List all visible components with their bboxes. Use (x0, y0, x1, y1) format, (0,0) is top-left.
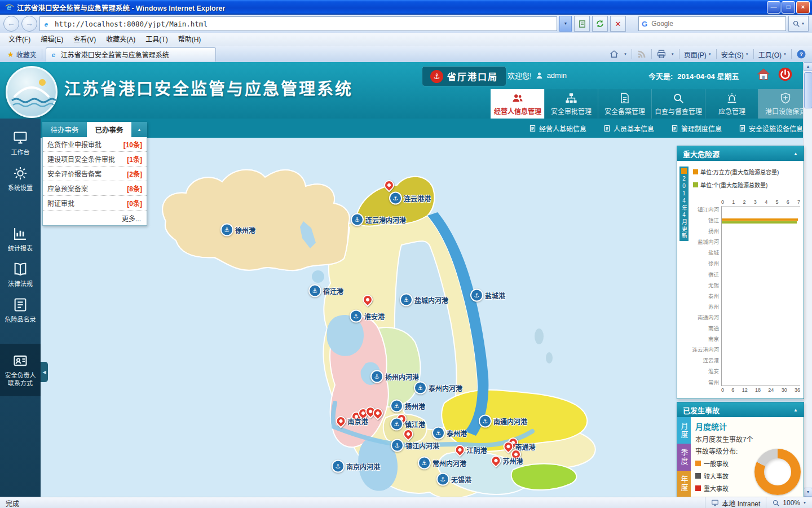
logout-button[interactable] (778, 67, 793, 82)
url-dropdown-button[interactable]: ▼ (559, 16, 572, 32)
accident-period-tab[interactable]: 年度 (677, 471, 691, 497)
favorites-button[interactable]: ★ 收藏夹 (2, 48, 42, 61)
port-marker[interactable]: ⚓连云港内河港 (351, 213, 406, 226)
legend-label: 较大事故 (704, 471, 729, 480)
rss-icon[interactable] (637, 49, 647, 59)
scroll-down-button[interactable]: ▼ (804, 488, 812, 497)
port-marker[interactable]: ⚓连云港港 (389, 192, 431, 205)
sidebar-collapse-tab[interactable]: ◀ (41, 362, 48, 382)
menu-item[interactable]: 帮助(H) (173, 33, 206, 46)
menu-item[interactable]: 查看(V) (68, 33, 101, 46)
pin-marker[interactable] (384, 180, 394, 190)
url-input[interactable] (54, 19, 554, 29)
pin-marker[interactable] (403, 429, 413, 439)
page-scrollbar[interactable]: ▲ ▼ (803, 62, 812, 497)
pin-marker[interactable]: 南京港 (336, 416, 368, 426)
pin-marker[interactable]: 江阴港 (454, 445, 487, 455)
port-marker[interactable]: ⚓常州内河港 (418, 457, 466, 470)
forward-button[interactable]: → (21, 16, 37, 32)
pin-marker[interactable]: 苏州港 (491, 456, 523, 466)
port-marker[interactable]: ⚓镇江内河港 (391, 439, 439, 452)
search-input[interactable] (650, 19, 783, 28)
home-icon[interactable] (609, 49, 619, 59)
port-marker[interactable]: ⚓无锡港 (436, 473, 471, 486)
search-button[interactable]: ▼ (788, 16, 809, 32)
zoom-control[interactable]: 100% ▼ (766, 497, 812, 508)
subnav-item[interactable]: 人员基本信息 (603, 124, 654, 133)
pin-marker[interactable] (373, 408, 383, 418)
accident-period-tab[interactable]: 季度 (677, 444, 691, 470)
port-marker[interactable]: ⚓宿迁港 (308, 284, 343, 297)
todo-collapse-button[interactable]: ▲ (131, 122, 147, 137)
nav-tab-users[interactable]: 经营人信息管理 (491, 89, 544, 119)
todo-row[interactable]: 建设项目安全条件审批[1条] (43, 152, 147, 167)
port-marker[interactable]: ⚓南京内河港 (332, 460, 380, 473)
stop-button[interactable]: ✕ (610, 16, 626, 32)
sidebar-item-chart[interactable]: 统计报表 (0, 221, 41, 257)
bar-row (722, 379, 800, 384)
anchor-icon: ⚓ (391, 439, 404, 452)
todo-item-count: [8条] (127, 183, 142, 193)
close-button[interactable]: × (796, 1, 810, 14)
todo-row[interactable]: 危货作业申报审批[10条] (43, 137, 147, 152)
minimize-button[interactable]: — (767, 1, 780, 14)
subnav-item[interactable]: 经营人基础信息 (529, 124, 586, 133)
print-dropdown-icon[interactable]: ▼ (671, 52, 674, 56)
todo-more-link[interactable]: 更多... (43, 211, 147, 225)
tools-menu[interactable]: 工具(O)▼ (758, 50, 787, 59)
port-label: 苏州港 (502, 456, 523, 466)
sub-nav: 经营人基础信息人员基本信息管理制度信息安全设施设备信息 (41, 119, 812, 138)
port-marker[interactable]: ⚓徐州港 (220, 224, 255, 237)
compatibility-button[interactable] (574, 16, 590, 32)
sidebar-item-book[interactable]: 法律法规 (0, 257, 41, 292)
sidebar-item-gear[interactable]: 系统设置 (0, 161, 41, 196)
menu-item[interactable]: 工具(T) (140, 33, 173, 46)
app-home-button[interactable] (756, 67, 771, 82)
todo-row[interactable]: 安全评价报告备案[2条] (43, 167, 147, 181)
port-marker[interactable]: ⚓盐城内河港 (400, 294, 448, 306)
todo-tab[interactable]: 待办事务 (42, 122, 87, 137)
maximize-button[interactable]: □ (782, 1, 795, 14)
axis-tick: 6 (787, 199, 789, 205)
nav-tab-search[interactable]: 自查与督查管理 (651, 89, 705, 119)
nav-tab-org[interactable]: 安全审批管理 (544, 89, 598, 119)
sidebar-item-monitor[interactable]: 工作台 (0, 125, 41, 161)
pin-marker[interactable] (363, 295, 373, 305)
page-menu[interactable]: 页面(P)▼ (684, 50, 712, 59)
back-button[interactable]: ← (3, 16, 19, 32)
port-marker[interactable]: ⚓扬州港 (390, 400, 425, 413)
home-dropdown-icon[interactable]: ▼ (624, 52, 627, 56)
browser-tab[interactable]: e 江苏省港口安全监管与应急管理系统 (46, 47, 216, 62)
todo-row[interactable]: 应急预案备案[8条] (43, 181, 147, 196)
sidebar-item-list[interactable]: 危险品名录 (0, 292, 41, 328)
doc-icon (529, 125, 536, 132)
app-viewport: 江苏省港口安全监管与应急管理系统 ⚓ 省厅港口局 欢迎您! admin 今天是:… (0, 62, 812, 497)
todo-row[interactable]: 附证审批[0条] (43, 196, 147, 211)
port-marker[interactable]: ⚓淮安港 (350, 310, 385, 323)
port-marker[interactable]: ⚓泰州港 (432, 427, 467, 440)
collapse-arrow-icon[interactable]: ▲ (793, 408, 798, 413)
subnav-item[interactable]: 安全设施设备信息 (739, 124, 803, 133)
safety-menu[interactable]: 安全(S)▼ (721, 50, 749, 59)
scrollbar-thumb[interactable] (804, 72, 812, 108)
port-marker[interactable]: ⚓南通内河港 (479, 415, 527, 428)
port-marker[interactable]: ⚓泰州内河港 (414, 382, 462, 395)
port-marker[interactable]: ⚓扬州内河港 (370, 370, 419, 383)
bureau-badge[interactable]: ⚓ 省厅港口局 (422, 66, 506, 86)
scroll-up-button[interactable]: ▲ (804, 62, 812, 71)
sidebar-item-contact[interactable]: 安全负责人联系方式 (0, 344, 41, 396)
print-icon[interactable] (656, 49, 667, 59)
nav-tab-doc[interactable]: 安全备案管理 (598, 89, 651, 119)
todo-tab[interactable]: 已办事务 (87, 122, 131, 137)
subnav-item[interactable]: 管理制度信息 (671, 124, 722, 133)
hazard-panel-header: 重大危险源 ▲ (677, 146, 804, 161)
port-marker[interactable]: ⚓盐城港 (470, 289, 505, 302)
menu-item[interactable]: 文件(F) (3, 33, 36, 46)
collapse-arrow-icon[interactable]: ▲ (793, 151, 798, 156)
accident-period-tab[interactable]: 月度 (677, 417, 691, 444)
menu-item[interactable]: 收藏夹(A) (101, 33, 140, 46)
refresh-button[interactable] (592, 16, 608, 32)
help-icon[interactable]: ? (796, 49, 806, 59)
menu-item[interactable]: 编辑(E) (36, 33, 68, 46)
nav-tab-alarm[interactable]: 应急管理 (705, 89, 758, 119)
